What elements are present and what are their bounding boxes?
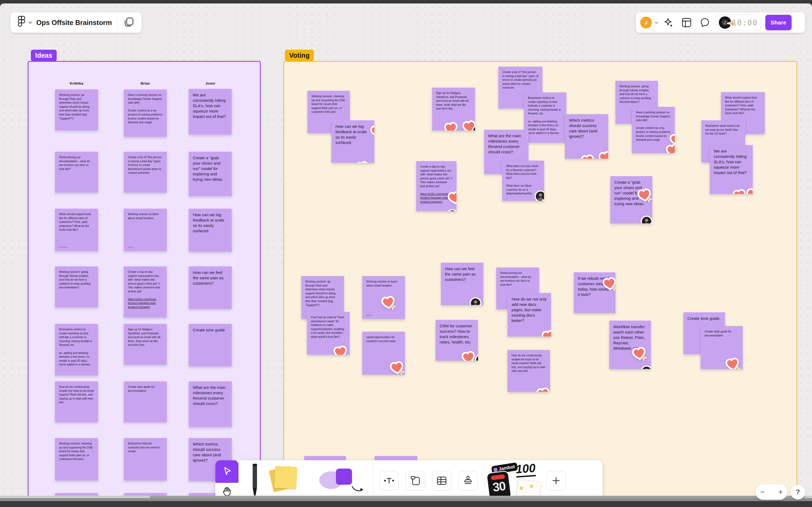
sticky-note[interactable]: Have a working session on Knowledge Cent… xyxy=(632,107,675,153)
heart-sticker[interactable] xyxy=(632,347,648,362)
sticky-note[interactable]: What should support look like for differ… xyxy=(55,209,98,251)
sticky-note[interactable]: Brainstorm metrics to create reporting o… xyxy=(55,324,98,376)
sticky-note-tool[interactable] xyxy=(271,466,319,496)
heart-sticker[interactable] xyxy=(746,187,753,194)
avatar-sticker[interactable] xyxy=(534,190,544,201)
heart-sticker[interactable] xyxy=(725,358,741,369)
sticky-note[interactable]: Sign up for Mailgun, SendGrid, and Postm… xyxy=(432,88,475,130)
ai-sparkle-button[interactable] xyxy=(660,14,677,31)
sticky-note[interactable]: How do we continuously enable the team t… xyxy=(55,381,98,422)
sticky-note[interactable]: How can we log feedback at scale so its … xyxy=(189,209,232,251)
text-tool[interactable] xyxy=(380,471,399,490)
whiteboard-canvas[interactable]: Ideas Voting KrithikaWorking session: go… xyxy=(0,3,812,496)
sticky-note[interactable]: What does success mean for a Resend cust… xyxy=(55,493,98,496)
sticky-note[interactable]: Create style guide for documentation xyxy=(124,381,167,422)
sticky-note[interactable]: Working session to learn about email hea… xyxy=(362,276,405,319)
sticky-note[interactable]: upsell opportunities for customer succes… xyxy=(362,332,405,375)
sticky-note[interactable]: CRM for customer success? How to track m… xyxy=(436,320,478,361)
voting-section-label[interactable]: Voting xyxy=(285,50,314,61)
section-tool[interactable] xyxy=(406,471,425,490)
sticky-note[interactable]: How can we log feedback at scale so its … xyxy=(331,120,374,163)
sticky-note[interactable]: Brainstorm what metrics do we want as ou… xyxy=(124,493,167,496)
sticky-text: How can we feel the same pain as custome… xyxy=(193,270,228,286)
sticky-note[interactable]: Create a day-to-day support expectations… xyxy=(416,161,457,211)
sticky-note[interactable]: Which metrics should success care about … xyxy=(565,114,608,159)
sticky-note[interactable]: What does success mean for a Resend cust… xyxy=(502,161,544,201)
sticky-link[interactable]: https://a16z.com/good-product-manager-ba… xyxy=(128,297,163,309)
avatar-sticker[interactable] xyxy=(469,297,483,305)
sticky-note[interactable]: Create a day-to-day support expectations… xyxy=(124,266,167,318)
avatar-sticker[interactable] xyxy=(672,151,675,153)
sticky-note[interactable]: Sign up for Mailgun, SendGrid, and Postm… xyxy=(124,324,167,365)
sticky-note[interactable]: How do we continuously enable the team t… xyxy=(508,350,550,392)
sticky-text: Working session: going through Inkeep in… xyxy=(59,270,94,289)
zoom-in-button[interactable]: + xyxy=(778,488,783,496)
heart-sticker[interactable] xyxy=(390,361,405,375)
sticky-note[interactable]: How do we not only add new docs pages, b… xyxy=(508,293,551,336)
heart-sticker[interactable] xyxy=(602,277,616,292)
sticky-note[interactable]: Working session: going through Inkeep in… xyxy=(55,266,98,307)
sticky-note[interactable]: Create style guide for documentation xyxy=(701,326,743,369)
share-button[interactable]: Share xyxy=(765,15,792,30)
sticky-note[interactable]: Brainstorm internal runbooks that we nee… xyxy=(124,438,167,481)
sticky-note[interactable]: Have a working session on Knowledge Cent… xyxy=(124,90,167,137)
avatar-sticker[interactable] xyxy=(640,215,652,223)
table-tool[interactable] xyxy=(432,471,451,490)
heart-sticker[interactable] xyxy=(447,191,457,206)
sticky-note[interactable]: Create a "grab your shoes and run" model… xyxy=(189,152,232,196)
heart-sticker[interactable] xyxy=(333,346,349,355)
sticky-text: Create style guide for documentation xyxy=(128,385,163,393)
sticky-note[interactable]: How can we feel the same pain as custome… xyxy=(441,263,483,305)
add-plugin-button[interactable] xyxy=(546,471,566,490)
heart-sticker[interactable] xyxy=(598,151,608,159)
sticky-note[interactable]: Workflow transfer: watch each other use … xyxy=(609,321,651,369)
sticky-note[interactable]: We are consistently hitting SLA's, how c… xyxy=(710,145,753,194)
heart-sticker[interactable] xyxy=(581,154,597,159)
connector-arrow-icon xyxy=(351,485,365,496)
column-header: Brian xyxy=(124,81,167,86)
sticky-note[interactable]: Brainstorm metrics to create reporting o… xyxy=(524,92,566,143)
sticky-note[interactable]: If we had an internal "hack week/launch … xyxy=(307,312,350,355)
stickers-widgets-button[interactable]: Jambot 100 30 xyxy=(487,460,546,501)
heart-sticker[interactable] xyxy=(370,125,374,139)
heart-sticker[interactable] xyxy=(536,388,550,392)
comments-button[interactable] xyxy=(697,14,713,31)
sticky-note[interactable]: Working session: cleaning up and organiz… xyxy=(55,438,98,481)
sticky-note[interactable]: Create a "grab your shoes and run" model… xyxy=(611,176,652,223)
sticky-note[interactable]: Restructuring our documentation - what d… xyxy=(55,152,98,192)
avatar-sticker[interactable] xyxy=(640,365,651,369)
chevron-down-icon[interactable] xyxy=(655,20,658,25)
main-menu-button[interactable] xyxy=(10,15,36,30)
marker-tool[interactable] xyxy=(239,460,271,501)
heart-sticker[interactable] xyxy=(541,330,551,336)
sticky-note[interactable]: How can we feel the same pain as custome… xyxy=(189,266,232,309)
sticky-note[interactable]: Working session: go through Plain and de… xyxy=(55,90,98,130)
avatar-sticker[interactable] xyxy=(472,125,475,130)
sticky-note[interactable]: What are the main milestones every Resen… xyxy=(189,381,232,427)
ideas-section-label[interactable]: Ideas xyxy=(31,50,57,61)
heart-sticker[interactable] xyxy=(381,296,397,311)
toolbar: Jambot 100 30 xyxy=(215,460,602,501)
zoom-out-button[interactable]: − xyxy=(760,488,764,496)
sticky-note[interactable]: If we rebuilt retool customer view today… xyxy=(574,272,616,313)
heart-sticker[interactable] xyxy=(444,122,460,130)
avatar-sticker[interactable] xyxy=(446,209,457,211)
templates-button[interactable] xyxy=(678,14,695,31)
avatar-sticker[interactable] xyxy=(475,354,478,361)
pages-button[interactable] xyxy=(118,12,140,33)
sticky-note[interactable]: Create a list of "this person is having … xyxy=(124,152,167,192)
sticky-note[interactable]: We are consistently hitting SLA's, how c… xyxy=(189,89,232,134)
horizontal-scrollbar-thumb[interactable] xyxy=(150,496,805,498)
select-tool[interactable] xyxy=(215,460,238,483)
sticky-note[interactable]: Create tone guide. xyxy=(189,324,232,366)
timer-widget[interactable]: ♪ 10:00 xyxy=(716,14,761,31)
sticky-note[interactable]: Working session to learn about email hea… xyxy=(124,209,167,251)
sticky-text: What should support look like for differ… xyxy=(59,212,94,232)
stamp-tool[interactable] xyxy=(458,471,478,490)
heart-sticker[interactable] xyxy=(637,188,652,204)
avatar[interactable]: J xyxy=(640,17,652,29)
shapes-tool[interactable] xyxy=(319,468,370,493)
heart-sticker[interactable] xyxy=(355,161,371,163)
file-title[interactable]: Ops Offsite Brainstorm xyxy=(36,18,117,27)
help-button[interactable]: ? xyxy=(791,485,805,500)
